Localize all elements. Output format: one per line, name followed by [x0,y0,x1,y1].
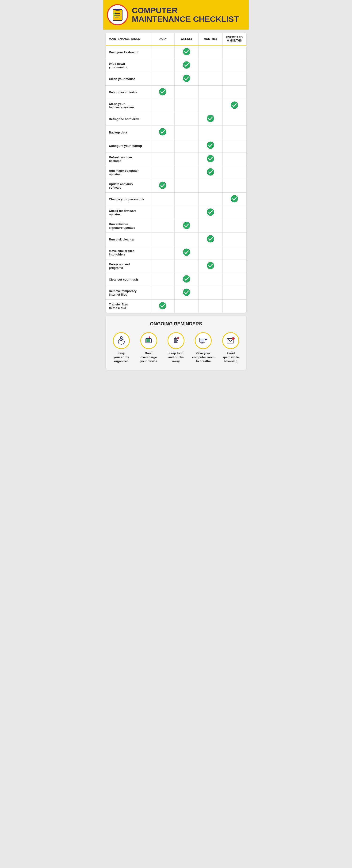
weekly-cell [175,233,199,246]
check-mark [183,61,190,69]
check-mark [183,248,190,256]
3to6-cell [223,112,246,126]
svg-rect-25 [120,337,122,338]
svg-point-13 [207,155,214,162]
table-row: Change your passwords [106,193,246,206]
weekly-cell [175,139,199,153]
daily-cell [151,139,175,153]
reminders-grid: Keepyour cordsorganized Don'toverchargey… [109,332,243,363]
daily-cell [151,246,175,259]
table-row: Run major computerupdates [106,166,246,179]
weekly-cell [175,246,199,259]
3to6-cell [223,45,246,59]
table-row: Wipe downyour monitor [106,59,246,72]
daily-cell [151,206,175,219]
daily-cell [151,219,175,233]
daily-cell [151,99,175,112]
3to6-cell [223,246,246,259]
task-cell: Clean yourhardware system [106,99,151,112]
task-cell: Check for firmwareupdates [106,206,151,219]
monthly-cell [199,153,223,166]
table-row: Delete unusedprograms [106,259,246,273]
weekly-cell [175,179,199,193]
3to6-cell [223,139,246,153]
3to6-cell [223,59,246,72]
3to6-cell [223,99,246,112]
weekly-cell [175,59,199,72]
task-cell: Run antivirussignature updates [106,219,151,233]
task-cell: Clean your mouse [106,72,151,86]
svg-point-16 [231,195,238,202]
svg-point-18 [183,222,190,229]
col-header-daily: DAILY [151,33,175,45]
check-mark [231,195,238,203]
monthly-cell [199,300,223,313]
svg-point-22 [183,275,190,282]
monthly-cell [199,166,223,179]
weekly-cell [175,259,199,273]
reminder-item: Keep foodand drinksaway [164,332,188,363]
header-icon-wrap [107,4,128,25]
weekly-cell [175,166,199,179]
task-cell: Update antivirussoftware [106,179,151,193]
checklist-table: MAINTENANCE TASKS DAILY WEEKLY MONTHLY E… [106,33,246,313]
3to6-cell [223,273,246,286]
task-cell: Reboot your device [106,86,151,99]
check-mark [183,275,190,283]
check-mark [159,302,166,309]
3to6-cell [223,166,246,179]
daily-cell [151,72,175,86]
task-cell: Run disk cleanup [106,233,151,246]
task-cell: Dust your keyboard [106,45,151,59]
svg-point-15 [159,182,166,189]
svg-point-6 [183,61,190,68]
check-mark [159,128,166,135]
header-title: COMPUTER MAINTENANCE CHECKLIST [132,6,239,24]
svg-point-46 [232,337,235,340]
table-row: Check for firmwareupdates [106,206,246,219]
daily-cell [151,166,175,179]
svg-point-21 [207,262,214,269]
reminder-item: Don'toverchargeyour device [137,332,160,363]
reminder-label: Avoidspam whilebrowsing [223,351,239,363]
3to6-cell [223,259,246,273]
table-row: Refresh archivebackups [106,153,246,166]
monthly-cell [199,246,223,259]
reminder-icon-circle [140,332,157,349]
svg-point-8 [159,88,166,95]
monthly-cell [199,72,223,86]
weekly-cell [175,273,199,286]
3to6-cell [223,193,246,206]
checklist-card: MAINTENANCE TASKS DAILY WEEKLY MONTHLY E… [106,33,246,313]
svg-rect-32 [148,339,150,342]
3to6-cell [223,126,246,139]
reminder-label: Keepyour cordsorganized [114,351,129,363]
task-cell: Defrag the hard drive [106,112,151,126]
table-row: Update antivirussoftware [106,179,246,193]
check-mark [183,288,190,296]
weekly-cell [175,99,199,112]
task-cell: Run major computerupdates [106,166,151,179]
check-mark [207,155,214,162]
check-mark [207,262,214,269]
3to6-cell [223,206,246,219]
svg-rect-42 [200,339,204,342]
task-cell: Delete unusedprograms [106,259,151,273]
daily-cell [151,59,175,72]
svg-point-17 [207,209,214,216]
check-mark [207,208,214,216]
reminder-item: Keepyour cordsorganized [110,332,133,363]
weekly-cell [175,126,199,139]
check-mark [183,222,190,229]
monthly-cell [199,206,223,219]
table-row: Clean yourhardware system [106,99,246,112]
weekly-cell [175,219,199,233]
table-row: Dust your keyboard [106,45,246,59]
check-mark [207,168,214,176]
svg-line-40 [178,338,179,339]
svg-rect-30 [151,340,152,341]
reminder-icon-circle: ! [222,332,239,349]
svg-point-10 [207,115,214,122]
monthly-cell [199,99,223,112]
table-row: Reboot your device [106,86,246,99]
